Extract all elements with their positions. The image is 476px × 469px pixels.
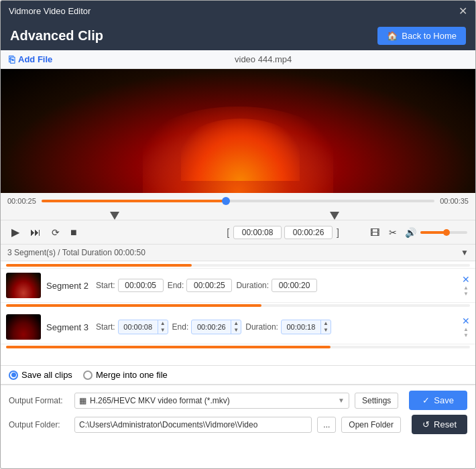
segment-2-end-value: 00:00:25	[186, 279, 232, 292]
loop-icon: ⟳	[52, 227, 60, 238]
loop-button[interactable]: ⟳	[49, 226, 62, 239]
segment-3-end-arrows: ▲ ▼	[231, 320, 241, 334]
play-button[interactable]: ▶	[9, 224, 22, 240]
merge-radio[interactable]	[83, 371, 93, 380]
output-format-row: Output Format: ▦ H.265/HEVC MKV video fo…	[9, 391, 467, 410]
output-format-label: Output Format:	[9, 396, 69, 405]
add-file-icon: ⎘	[9, 54, 15, 65]
bracket-end-button[interactable]: ]	[335, 226, 341, 239]
controls-bar: ▶ ⏭ ⟳ ■ [ 00:00:08 00:00:26 ] 🎞	[1, 220, 475, 245]
output-folder-input[interactable]: C:\Users\Administrator\Documents\Vidmore…	[74, 417, 312, 433]
segment-2-end-field: End: 00:00:25	[168, 279, 233, 292]
segment-3-end-down[interactable]: ▼	[231, 327, 241, 334]
segments-container: Segment 2 Start: 00:00:05 End: 00:00:25 …	[1, 261, 475, 352]
segment-2-start-field: Start: 00:00:05	[96, 279, 164, 292]
segment-3-end-label: End:	[172, 322, 189, 332]
output-format-select[interactable]: ▦ H.265/HEVC MKV video format (*.mkv) ▼	[74, 393, 349, 409]
segment-3-duration-input[interactable]: 00:00:18 ▲ ▼	[281, 320, 331, 334]
table-row: Segment 3 Start: 00:00:08 ▲ ▼ End:	[1, 310, 475, 344]
browse-folder-button[interactable]: ...	[317, 417, 336, 433]
segment-1-partial	[1, 261, 475, 269]
trim-handle-left[interactable]	[110, 212, 119, 220]
segment-2-reorder-button[interactable]: ▲ ▼	[462, 285, 470, 297]
clip-time-group: [ 00:00:08 00:00:26 ]	[225, 226, 341, 239]
scrubber-thumb[interactable]	[222, 197, 230, 205]
segment-3-start-down[interactable]: ▼	[158, 327, 168, 334]
filename-label: video 444.mp4	[235, 54, 292, 64]
clip-end-time[interactable]: 00:00:26	[284, 226, 333, 239]
segment-2-bar-row	[1, 303, 475, 310]
segment-2-name: Segment 2	[46, 281, 92, 291]
segment-3-duration-up[interactable]: ▲	[321, 320, 331, 327]
stop-button[interactable]: ■	[68, 225, 80, 240]
reset-button[interactable]: ↺ Reset	[412, 415, 467, 434]
segment-3-start-up[interactable]: ▲	[158, 320, 168, 327]
segment-3-duration-arrows: ▲ ▼	[320, 320, 331, 334]
segment-3-end-up[interactable]: ▲	[231, 320, 241, 327]
segments-header: 3 Segment(s) / Total Duration 00:00:50 ▼	[1, 245, 475, 261]
skip-forward-button[interactable]: ⏭	[27, 225, 44, 240]
add-file-label: Add File	[18, 54, 52, 64]
segment-3-end-field: End: 00:00:26 ▲ ▼	[172, 320, 242, 334]
output-folder-label: Output Folder:	[9, 420, 69, 429]
scrubber-fill	[42, 200, 227, 202]
skip-icon: ⏭	[30, 226, 41, 239]
segment-3-duration-down[interactable]: ▼	[321, 327, 331, 334]
cut-clip-button[interactable]: ✂	[386, 226, 400, 239]
segment-3-delete-button[interactable]: ✕	[462, 316, 470, 326]
volume-slider[interactable]	[420, 231, 467, 234]
add-file-button[interactable]: ⎘ Add File	[9, 54, 52, 65]
segment-3-actions: ✕ ▲ ▼	[462, 316, 470, 338]
segment-3-bar-row	[1, 344, 475, 352]
open-folder-button[interactable]: Open Folder	[341, 417, 401, 433]
format-value: H.265/HEVC MKV video format (*.mkv)	[90, 396, 230, 405]
segment-2-duration-field: Duration: 00:00:20	[236, 279, 317, 292]
film-icon-group: 🎞 ✂	[367, 226, 400, 239]
home-icon: 🏠	[387, 31, 398, 41]
segment-3-start-field: Start: 00:00:08 ▲ ▼	[96, 320, 168, 334]
cut-icon: ✂	[389, 227, 397, 238]
volume-thumb[interactable]	[443, 229, 450, 236]
segment-2-delete-button[interactable]: ✕	[462, 275, 470, 284]
segment-3-duration-field: Duration: 00:00:18 ▲ ▼	[245, 320, 331, 334]
segment-2-bar	[6, 304, 261, 307]
merge-label: Merge into one file	[96, 370, 168, 380]
trim-handles-row	[7, 205, 469, 217]
segment-3-duration-label: Duration:	[245, 322, 278, 332]
settings-button[interactable]: Settings	[355, 393, 398, 409]
trim-handle-right[interactable]	[330, 212, 339, 220]
add-clip-button[interactable]: 🎞	[367, 226, 382, 239]
back-to-home-button[interactable]: 🏠 Back to Home	[377, 27, 466, 45]
save-all-radio[interactable]	[9, 371, 18, 380]
merge-option[interactable]: Merge into one file	[83, 370, 168, 380]
header-bar: Advanced Clip 🏠 Back to Home	[1, 21, 475, 50]
scrubber-time-end: 00:00:35	[440, 197, 469, 205]
video-preview-area	[1, 69, 475, 193]
segments-area: 3 Segment(s) / Total Duration 00:00:50 ▼…	[1, 245, 475, 365]
page-title: Advanced Clip	[10, 28, 103, 44]
save-all-label: Save all clips	[21, 370, 72, 380]
timeline-scrubber[interactable]: 00:00:25 00:00:35	[1, 193, 475, 220]
bracket-start-button[interactable]: [	[225, 226, 231, 239]
segment-3-end-input[interactable]: 00:00:26 ▲ ▼	[191, 320, 241, 334]
stop-icon: ■	[70, 226, 77, 239]
segment-3-end-value: 00:00:26	[192, 322, 231, 332]
save-check-icon: ✓	[422, 395, 430, 405]
save-options-bar: Save all clips Merge into one file	[1, 365, 475, 385]
segments-dropdown-icon[interactable]: ▼	[461, 248, 469, 257]
output-bar: Output Format: ▦ H.265/HEVC MKV video fo…	[1, 385, 475, 440]
segment-3-name: Segment 3	[46, 322, 92, 332]
scrubber-track[interactable]	[42, 200, 434, 202]
segment-3-info: Segment 3 Start: 00:00:08 ▲ ▼ End:	[46, 320, 457, 334]
segment-2-start-value: 00:00:05	[118, 279, 164, 292]
segment-3-start-input[interactable]: 00:00:08 ▲ ▼	[118, 320, 168, 334]
scrubber-time-start: 00:00:25	[7, 197, 36, 205]
segment-2-end-label: End:	[168, 281, 184, 290]
save-all-clips-option[interactable]: Save all clips	[9, 370, 72, 380]
close-button[interactable]: ✕	[459, 5, 467, 17]
segment-2-duration-value: 00:00:20	[272, 279, 317, 292]
segment-3-reorder-button[interactable]: ▲ ▼	[462, 327, 470, 338]
save-button[interactable]: ✓ Save	[409, 391, 467, 410]
clip-start-time[interactable]: 00:00:08	[233, 226, 282, 239]
reset-icon: ↺	[422, 419, 430, 429]
